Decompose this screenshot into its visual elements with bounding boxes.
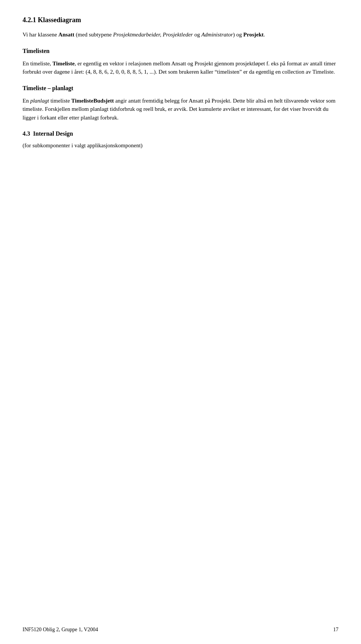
timelisten-heading: Timelisten (23, 47, 338, 56)
administrator-italic: Administrator (201, 32, 233, 38)
para-1-mid: (med subtypene (74, 32, 113, 38)
page-footer: INF5120 Oblig 2, Gruppe 1, V2004 17 (0, 627, 361, 633)
section-43-title-text: Internal Design (33, 130, 73, 137)
timeliste-planlagt-section: Timeliste – planlagt En planlagt timelis… (23, 84, 338, 122)
section-43-sub: (for subkomponenter i valgt applikasjons… (23, 141, 338, 150)
para-1-end: ) og (233, 32, 244, 38)
timelistebudsjett-bold: TimelisteBudsjett (71, 98, 114, 104)
ansatt-bold: Ansatt (58, 32, 74, 38)
page-content: 4.2.1 Klassediagram Vi har klassene Ansa… (0, 0, 361, 187)
heading-421: 4.2.1 Klassediagram (23, 15, 338, 25)
timelisten-para: En timeliste, Timeliste, er egentlig en … (23, 59, 338, 76)
section-421: 4.2.1 Klassediagram Vi har klassene Ansa… (23, 15, 338, 39)
timeliste-planlagt-para: En planlagt timeliste TimelisteBudsjett … (23, 97, 338, 122)
timelisten-para-start: En timeliste, (23, 60, 53, 67)
para-1-period: . (264, 32, 265, 38)
prosjekt-bold: Prosjekt (243, 32, 264, 38)
planlagt-para-start: En (23, 98, 30, 104)
footer-right: 17 (333, 627, 338, 633)
timelisten-section: Timelisten En timeliste, Timeliste, er e… (23, 47, 338, 76)
para-1-and: og (193, 32, 202, 38)
timeliste-bold: Timeliste (53, 60, 75, 67)
planlagt-mid: timeliste (49, 98, 71, 104)
section-43-number: 4.3 (23, 130, 30, 137)
footer-left: INF5120 Oblig 2, Gruppe 1, V2004 (23, 627, 98, 633)
para-1-start: Vi har klassene (23, 32, 58, 38)
para-classes: Vi har klassene Ansatt (med subtypene Pr… (23, 30, 338, 39)
internal-design-section: 4.3 Internal Design (for subkomponenter … (23, 129, 338, 150)
section-43-title: 4.3 Internal Design (23, 129, 338, 138)
planlagt-italic: planlagt (30, 98, 49, 104)
timeliste-planlagt-heading: Timeliste – planlagt (23, 84, 338, 93)
prosjektmedarbeider-italic: Prosjektmedarbeider, Prosjektleder (113, 32, 193, 38)
